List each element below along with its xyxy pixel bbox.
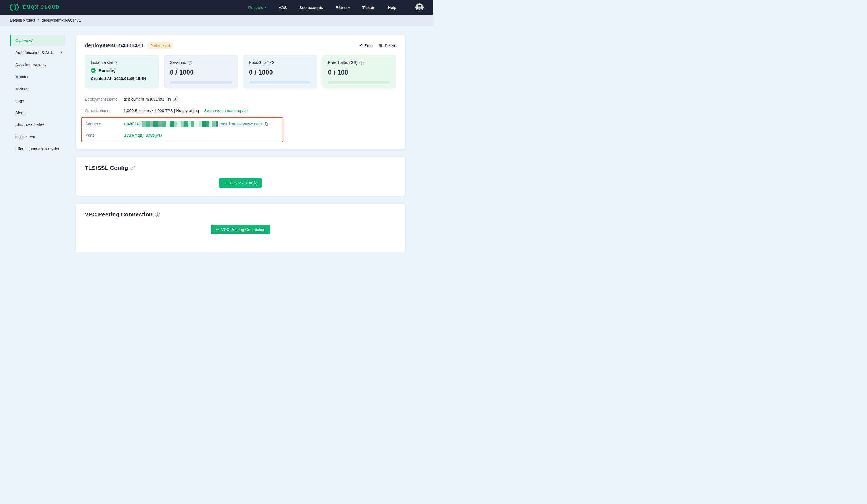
breadcrumb: Default Project / deployment-m4801481 [0,15,434,26]
sidebar-item-authentication-acl[interactable]: Authentication & ACL ▾ [10,47,65,58]
sidebar-item-online-test[interactable]: Online Test [10,131,65,142]
sidebar-item-monitor[interactable]: Monitor [10,71,65,82]
add-tls-ssl-config-button[interactable]: TLS/SSL Config [219,178,262,188]
stats-row: Instance status Running Created At: 2023… [85,55,396,88]
copy-deployment-name-button[interactable] [167,97,171,101]
ports-value: 1883(mqtt), 8083(ws) [124,133,162,138]
edit-deployment-name-button[interactable] [173,97,178,101]
avatar-person-icon [415,3,424,11]
plus-icon [224,181,227,185]
free-traffic-value: 0 / 100 [328,69,390,76]
delete-button[interactable]: Delete [379,44,396,48]
plus-icon [215,228,219,231]
add-vpc-peering-connection-button[interactable]: VPC Peering Connection [211,225,270,234]
sessions-card: Sessions 0 / 1000 [164,55,238,88]
sidebar-item-overview[interactable]: Overview [10,35,65,46]
pubsub-tps-value: 0 / 1000 [249,69,311,76]
address-label: Address: [85,122,124,126]
chevron-down-icon: ▾ [265,6,266,9]
help-icon[interactable] [188,61,192,65]
deployment-name-label: Deployment Name: [85,97,124,101]
specifications-label: Specifications: [85,109,124,113]
top-navbar: EMQX CLOUD Projects▾ VAS Subaccounts Bil… [0,0,434,15]
instance-status-card: Instance status Running Created At: 2023… [85,55,159,88]
ports-label: Ports: [85,133,124,138]
address-prefix: m48014 [124,122,138,126]
tls-ssl-section: TLS/SSL Config TLS/SSL Config [76,157,405,196]
emqx-logo-icon [10,3,19,11]
nav-item-vas[interactable]: VAS [279,5,287,10]
nav-item-billing[interactable]: Billing▾ [335,5,350,10]
deployment-name-value: deployment-m4801481 [124,97,164,101]
instance-status-label: Instance status [91,60,118,65]
nav-item-tickets[interactable]: Tickets [362,5,375,10]
chevron-down-icon: ▾ [348,6,350,9]
copy-icon [167,97,171,101]
brand[interactable]: EMQX CLOUD [10,3,60,11]
sidebar-item-shadow-service[interactable]: Shadow Service [10,119,65,130]
check-circle-icon [91,68,96,73]
redacted-address-segment [139,121,218,127]
stop-icon [358,44,363,48]
sessions-progress-bar [170,81,232,84]
traffic-progress-bar [328,81,390,84]
vpc-section-title: VPC Peering Connection [85,211,152,218]
sessions-value: 0 / 1000 [170,69,232,76]
user-avatar[interactable] [415,3,424,11]
vpc-peering-section: VPC Peering Connection VPC Peering Conne… [76,204,405,252]
breadcrumb-project[interactable]: Default Project [10,18,35,22]
address-highlight-annotation: Address: m48014-east-1.amazonaws.com [81,117,283,142]
help-icon[interactable] [155,212,160,217]
switch-annual-prepaid-link[interactable]: Switch to annual prepaid [204,109,248,113]
pubsub-tps-card: Pub&Sub TPS 0 / 1000 [243,55,317,88]
breadcrumb-page: deployment-m4801481 [42,18,81,22]
copy-address-button[interactable] [264,122,268,126]
sidebar: Overview Authentication & ACL ▾ Data Int… [0,26,76,155]
sidebar-item-metrics[interactable]: Metrics [10,83,65,94]
brand-name: EMQX CLOUD [23,5,60,10]
deployment-overview-card: deployment-m4801481 Professional Stop [76,34,405,149]
edit-pencil-icon [173,97,178,101]
sidebar-item-alerts[interactable]: Alerts [10,107,65,118]
pubsub-progress-bar [249,81,311,84]
help-icon[interactable] [131,166,136,171]
sessions-label: Sessions [170,60,186,65]
plan-badge: Professional [147,42,174,49]
sidebar-item-data-integrations[interactable]: Data Integrations [10,59,65,70]
trash-icon [379,44,383,48]
free-traffic-card: Free Traffic (GB) 0 / 100 [322,55,396,88]
sidebar-item-logs[interactable]: Logs [10,95,65,106]
copy-icon [264,122,268,126]
nav-links: Projects▾ VAS Subaccounts Billing▾ Ticke… [248,3,424,11]
breadcrumb-separator: / [38,18,39,22]
deployment-title: deployment-m4801481 [85,42,144,49]
chevron-down-icon: ▾ [61,51,62,54]
nav-item-help[interactable]: Help [388,5,396,10]
free-traffic-label: Free Traffic (GB) [328,60,358,65]
sidebar-item-client-connections-guide[interactable]: Client Connections Guide [10,143,65,154]
instance-status-value: Running [98,68,116,73]
help-icon[interactable] [360,61,364,65]
nav-item-subaccounts[interactable]: Subaccounts [299,5,323,10]
pubsub-tps-label: Pub&Sub TPS [249,60,275,65]
stop-button[interactable]: Stop [358,44,373,48]
specifications-value: 1,000 Sessions / 1,000 TPS | Hourly bill… [124,109,199,113]
nav-item-projects[interactable]: Projects▾ [248,5,266,10]
tls-section-title: TLS/SSL Config [85,165,128,171]
address-suffix: -east-1.amazonaws.com [218,122,261,126]
created-at: Created At: 2023.01.05 15:54 [91,76,153,81]
deployment-info: Deployment Name: deployment-m4801481 [85,94,396,149]
